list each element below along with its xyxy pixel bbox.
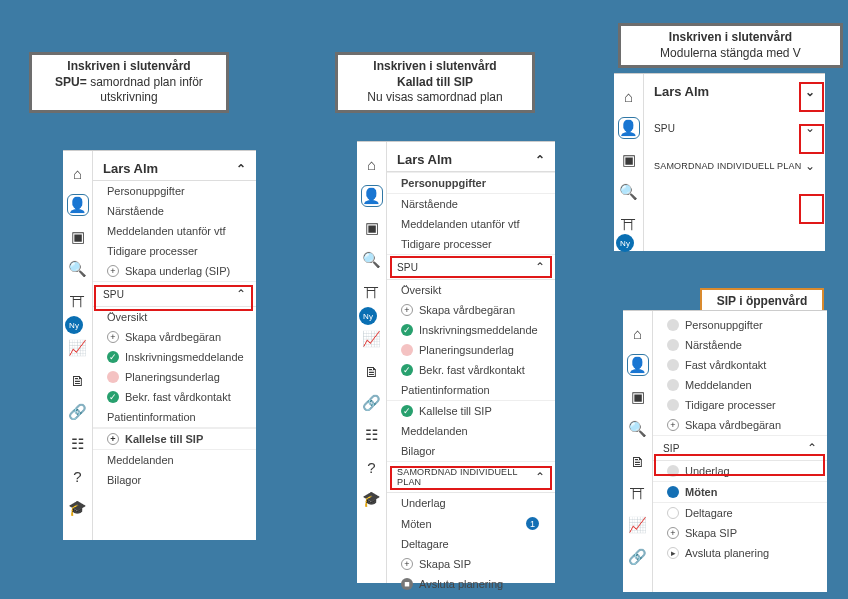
check-icon: ✓ (401, 405, 413, 417)
iconbar: ⌂ 👤 ▣ 🔍 ⛩ Ny (614, 74, 644, 251)
search-icon[interactable]: 🔍 (67, 258, 89, 280)
item-narstaende[interactable]: Närstående (387, 194, 555, 214)
person-icon[interactable]: 👤 (361, 185, 383, 207)
search-icon[interactable]: 🔍 (618, 181, 640, 203)
item-skapa-sip[interactable]: +Skapa SIP (653, 523, 827, 543)
item-deltagare[interactable]: Deltagare (653, 503, 827, 523)
patient-header[interactable]: Lars Alm ⌃ (93, 155, 256, 181)
home-icon[interactable]: ⌂ (618, 85, 640, 107)
search-icon[interactable]: 🔍 (627, 418, 649, 440)
item-bekr-fast[interactable]: ✓Bekr. fast vårdkontakt (93, 387, 256, 407)
item-patientinfo[interactable]: Patientinformation (93, 407, 256, 428)
item-medd-utanfor[interactable]: Meddelanden utanför vtf (387, 214, 555, 234)
document-icon[interactable]: 🗎 (627, 450, 649, 472)
item-personuppgifter[interactable]: Personuppgifter (653, 315, 827, 335)
item-tidigare[interactable]: Tidigare processer (653, 395, 827, 415)
item-fast-vard[interactable]: Fast vårdkontakt (653, 355, 827, 375)
item-bilagor[interactable]: Bilagor (387, 441, 555, 462)
item-moten[interactable]: Möten1 (387, 513, 555, 534)
item-personuppgifter[interactable]: Personuppgifter (387, 172, 555, 194)
home-icon[interactable]: ⌂ (67, 162, 89, 184)
dot-icon (667, 339, 679, 351)
inbox-icon[interactable]: ▣ (361, 217, 383, 239)
item-bilagor[interactable]: Bilagor (93, 470, 256, 490)
news-icon[interactable]: ☷ (67, 433, 89, 455)
item-skapa-vard[interactable]: +Skapa vårdbegäran (93, 327, 256, 347)
item-skapa-underlag[interactable]: +Skapa underlag (SIP) (93, 261, 256, 282)
ny-badge[interactable]: Ny (65, 316, 83, 334)
item-meddelanden[interactable]: Meddelanden (387, 421, 555, 441)
item-avsluta[interactable]: ■Avsluta planering (387, 574, 555, 594)
transport-icon[interactable]: ⛩ (361, 281, 383, 303)
link-icon[interactable]: 🔗 (67, 401, 89, 423)
item-bekr-fast[interactable]: ✓Bekr. fast vårdkontakt (387, 360, 555, 380)
inbox-icon[interactable]: ▣ (67, 226, 89, 248)
item-planering[interactable]: Planeringsunderlag (93, 367, 256, 387)
item-meddelanden[interactable]: Meddelanden (93, 450, 256, 470)
count-badge: 1 (526, 517, 539, 530)
item-skapa-vard[interactable]: +Skapa vårdbegäran (387, 300, 555, 320)
section-spu-collapsed[interactable]: SPU ⌄ (644, 109, 825, 147)
item-personuppgifter[interactable]: Personuppgifter (93, 181, 256, 201)
ny-badge[interactable]: Ny (359, 307, 377, 325)
chart-icon[interactable]: 📈 (67, 337, 89, 359)
item-oversikt[interactable]: Översikt (387, 280, 555, 300)
chart-icon[interactable]: 📈 (361, 328, 383, 350)
iconbar: ⌂ 👤 ▣ 🔍 🗎 ⛩ 📈 🔗 (623, 311, 653, 592)
item-medd-utanfor[interactable]: Meddelanden utanför vtf (93, 221, 256, 241)
end-icon: ▸ (667, 547, 679, 559)
person-icon[interactable]: 👤 (67, 194, 89, 216)
patient-header[interactable]: Lars Alm ⌄ (644, 78, 825, 109)
item-deltagare[interactable]: Deltagare (387, 534, 555, 554)
transport-icon[interactable]: ⛩ (618, 213, 640, 235)
chevron-down-icon: ⌄ (805, 159, 815, 173)
item-underlag[interactable]: Underlag (387, 493, 555, 513)
item-planering[interactable]: Planeringsunderlag (387, 340, 555, 360)
help-icon[interactable]: ? (361, 456, 383, 478)
grad-icon[interactable]: 🎓 (361, 488, 383, 510)
chart-icon[interactable]: 📈 (627, 514, 649, 536)
patient-name: Lars Alm (654, 84, 709, 99)
transport-icon[interactable]: ⛩ (627, 482, 649, 504)
panel-4: ⌂ 👤 ▣ 🔍 🗎 ⛩ 📈 🔗 Personuppgifter Närståen… (623, 310, 827, 592)
search-icon[interactable]: 🔍 (361, 249, 383, 271)
home-icon[interactable]: ⌂ (627, 322, 649, 344)
grad-icon[interactable]: 🎓 (67, 497, 89, 519)
person-icon[interactable]: 👤 (618, 117, 640, 139)
person-icon[interactable]: 👤 (627, 354, 649, 376)
plus-icon: + (107, 265, 119, 277)
plus-icon: + (401, 558, 413, 570)
home-icon[interactable]: ⌂ (361, 153, 383, 175)
ny-badge[interactable]: Ny (616, 234, 634, 252)
patient-header[interactable]: Lars Alm ⌃ (387, 146, 555, 172)
document-icon[interactable]: 🗎 (67, 369, 89, 391)
item-tidigare[interactable]: Tidigare processer (93, 241, 256, 261)
item-kallelse[interactable]: ✓Kallelse till SIP (387, 401, 555, 421)
item-skapa-sip[interactable]: +Skapa SIP (387, 554, 555, 574)
item-inskrivning[interactable]: ✓Inskrivningsmeddelande (387, 320, 555, 340)
item-tidigare[interactable]: Tidigare processer (387, 234, 555, 255)
item-kallelse[interactable]: +Kallelse till SIP (93, 428, 256, 450)
section-samordnad-collapsed[interactable]: SAMORDNAD INDIVIDUELL PLAN ⌄ (644, 147, 825, 185)
help-icon[interactable]: ? (67, 465, 89, 487)
item-inskrivning[interactable]: ✓Inskrivningsmeddelande (93, 347, 256, 367)
item-avsluta[interactable]: ▸Avsluta planering (653, 543, 827, 563)
news-icon[interactable]: ☷ (361, 424, 383, 446)
item-skapa-vard[interactable]: +Skapa vårdbegäran (653, 415, 827, 436)
item-narstaende[interactable]: Närstående (653, 335, 827, 355)
plus-icon: + (667, 419, 679, 431)
link-icon[interactable]: 🔗 (627, 546, 649, 568)
check-icon: ✓ (107, 391, 119, 403)
highlight-chev1 (799, 82, 824, 112)
item-narstaende[interactable]: Närstående (93, 201, 256, 221)
item-patientinfo[interactable]: Patientinformation (387, 380, 555, 401)
item-moten[interactable]: Möten (653, 481, 827, 503)
caption1-spu: SPU= (55, 75, 87, 89)
inbox-icon[interactable]: ▣ (618, 149, 640, 171)
inbox-icon[interactable]: ▣ (627, 386, 649, 408)
caption2-line3: Nu visas samordnad plan (367, 90, 502, 104)
item-meddelanden[interactable]: Meddelanden (653, 375, 827, 395)
transport-icon[interactable]: ⛩ (67, 290, 89, 312)
link-icon[interactable]: 🔗 (361, 392, 383, 414)
document-icon[interactable]: 🗎 (361, 360, 383, 382)
